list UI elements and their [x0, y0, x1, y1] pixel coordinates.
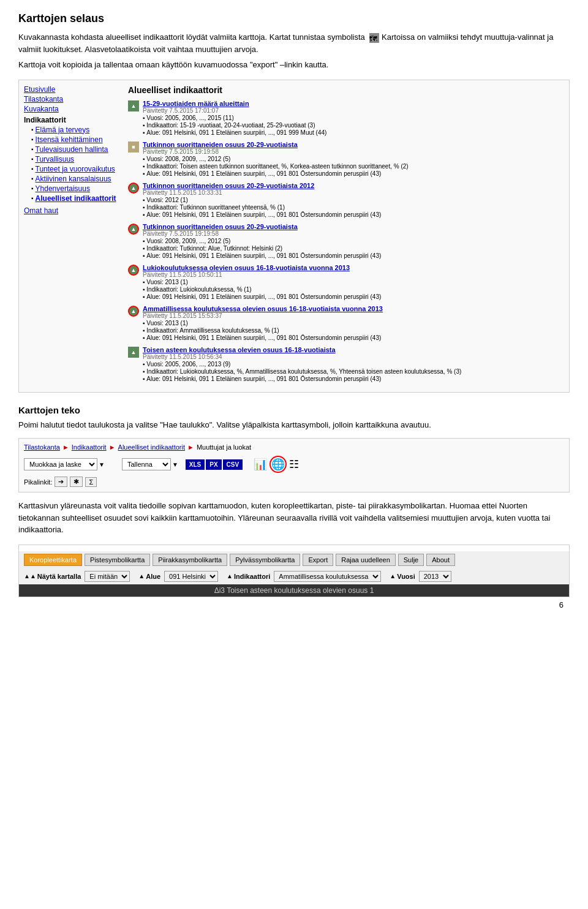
csv-button[interactable]: CSV — [223, 459, 243, 470]
bullet-icon: ▪ — [31, 126, 34, 133]
sulje-button[interactable]: Sulje — [398, 554, 424, 566]
bar-chart-icon[interactable]: 📊 — [254, 458, 267, 471]
tallenna-group: Tallenna ▼ — [122, 458, 178, 470]
section2-title: Karttojen teko — [18, 405, 570, 415]
bottom-bar: Koropleettikarta Pistesymbolikartta Piir… — [19, 551, 569, 568]
xls-button[interactable]: XLS — [186, 459, 205, 470]
sidebar-item-omat-haut[interactable]: Omat haut — [24, 206, 122, 215]
map-toolbar-container: Koropleettikarta Pistesymbolikartta Piir… — [18, 545, 570, 597]
indicator-title-5[interactable]: Ammatillisessa koulutuksessa olevien osu… — [143, 305, 383, 312]
symbol-icon: 🗺 — [369, 33, 379, 43]
pikalinkit-btn-3[interactable]: Σ — [85, 477, 97, 487]
about-button[interactable]: About — [426, 554, 455, 566]
indicator-date-2: Päivitetty 11.5.2015 10:33:31 — [143, 189, 381, 196]
koropleetti-button[interactable]: Koropleettikarta — [24, 554, 82, 566]
bullet-icon: ▪ — [31, 195, 34, 202]
grid-icon[interactable]: ☷ — [289, 458, 299, 471]
sidebar-item-elama[interactable]: ▪ Elämä ja terveys — [31, 126, 122, 134]
nayta-kartalla-select[interactable]: Ei mitään — [85, 571, 130, 582]
footer-area: 6 — [18, 597, 570, 613]
indicator-vuosi-2: ▪ Vuosi: 2012 (1) — [143, 197, 381, 203]
bullet-icon: ▪ — [31, 165, 34, 172]
section2-text1: Poimi halutut tiedot taulukosta ja valit… — [18, 419, 570, 431]
indicator-item-1: ■ Tutkinnon suorittaneiden osuus 20-29-v… — [128, 141, 564, 177]
screenshot-box-2: Tilastokanta ► Indikaattorit ► Alueellis… — [18, 438, 570, 492]
nayta-kartalla-ctrl: ▲▲ Näytä kartalla Ei mitään — [24, 571, 130, 582]
indicator-date-0: Päivitetty 7.5.2015 17:01:07 — [143, 107, 326, 114]
indicator-icon-4: ▲ — [128, 265, 139, 276]
indicator-list: ▲ 15-29-vuotiaiden määrä alueittain Päiv… — [128, 100, 564, 382]
indicator-vuosi-4: ▪ Vuosi: 2013 (1) — [143, 279, 381, 285]
indikaattori-ctrl: ▲ Indikaattori Ammatillisessa koulutukse… — [227, 571, 381, 582]
sidebar-item-etusivu[interactable]: Etusivulle — [24, 85, 122, 94]
bullet-icon: ▪ — [31, 146, 34, 153]
piirakkasymboli-button[interactable]: Piirakkasymbolikartta — [153, 554, 227, 566]
indicator-title-6[interactable]: Toisen asteen koulutuksessa olevien osuu… — [143, 346, 461, 353]
pikalinkit-row: Pikalinkit: ➔ ✱ Σ — [24, 477, 564, 487]
tallenna-select[interactable]: Tallenna — [122, 458, 171, 470]
toolbar-row: Muokkaa ja laske ▼ Tallenna ▼ XLS PX CSV — [24, 456, 564, 473]
indicator-body-0: 15-29-vuotiaiden määrä alueittain Päivit… — [143, 100, 326, 136]
sidebar-item-alueelliset[interactable]: ▪ Alueelliset indikaattorit — [31, 194, 122, 203]
px-button[interactable]: PX — [206, 459, 221, 470]
export-button[interactable]: Export — [303, 554, 333, 566]
indicator-ind-4: ▪ Indikaattori: Lukiokoulutuksessa, % (1… — [143, 286, 381, 293]
indicator-icon-3: ▲ — [128, 224, 139, 235]
vuosi-select[interactable]: 2013 — [419, 571, 451, 582]
alue-arrow-icon: ▲ — [138, 573, 145, 579]
sidebar-item-tulevaisuus[interactable]: ▪ Tulevaisuuden hallinta — [31, 145, 122, 154]
indicator-date-5: Päivitetty 11.5.2015 15:53:37 — [143, 312, 383, 319]
map-icon[interactable]: 🌐 — [270, 456, 287, 473]
export-buttons: XLS PX CSV — [186, 459, 243, 470]
indicator-panel: Alueelliset indikaattorit ▲ 15-29-vuotia… — [128, 85, 564, 387]
chart-title: Δi3 Toisen asteen koulutuksessa olevien … — [214, 586, 374, 595]
sidebar-item-tunteet[interactable]: ▪ Tunteet ja vuorovaikutus — [31, 165, 122, 173]
indicator-icon-5: ▲ — [128, 306, 139, 317]
muokkaa-group: Muokkaa ja laske ▼ — [24, 458, 105, 470]
sidebar-item-itsensa[interactable]: ▪ Itsensä kehittäminen — [31, 135, 122, 144]
breadcrumb-indikaattorit[interactable]: Indikaattorit — [72, 443, 107, 451]
intro-text-3: Karttoja voit kopioida ja tallentaa omaa… — [18, 59, 570, 71]
indicator-ind-1: ▪ Indikaattori: Toisen asteen tutkinnon … — [143, 163, 409, 170]
indicator-title-0[interactable]: 15-29-vuotiaiden määrä alueittain — [143, 100, 326, 107]
sidebar-item-turvallisuus[interactable]: ▪ Turvallisuus — [31, 155, 122, 164]
indicator-alue-1: ▪ Alue: 091 Helsinki, 091 1 Eteläinen su… — [143, 170, 409, 177]
pistesymboli-button[interactable]: Pistesymbolikartta — [85, 554, 150, 566]
indicator-date-3: Päivitetty 7.5.2015 19:19:58 — [143, 230, 381, 237]
indicator-item-0: ▲ 15-29-vuotiaiden määrä alueittain Päiv… — [128, 100, 564, 136]
breadcrumb-tilastokanta[interactable]: Tilastokanta — [24, 443, 60, 451]
nav-row2: ▲▲ Näytä kartalla Ei mitään ▲ Alue 091 H… — [19, 568, 569, 584]
pikalinkit-btn-1[interactable]: ➔ — [55, 477, 67, 487]
alue-select[interactable]: 091 Helsinki — [164, 571, 218, 582]
sidebar-item-aktiivinen[interactable]: ▪ Aktiivinen kansalaisuus — [31, 175, 122, 183]
indicator-ind-5: ▪ Indikaattori: Ammatillisessa koulutuks… — [143, 327, 383, 334]
indicator-date-6: Päivitetty 11.5.2015 10:56:34 — [143, 353, 461, 360]
indicator-body-1: Tutkinnon suorittaneiden osuus 20-29-vuo… — [143, 141, 409, 177]
indikaattori-select[interactable]: Ammatillisessa koulutuksessa — [274, 571, 381, 582]
indicator-ind-0: ▪ Indikaattori: 15-19 -vuotiaat, 20-24-v… — [143, 122, 326, 129]
intro-text-1: Kuvakannasta kohdasta alueelliset indika… — [18, 31, 570, 55]
page-title: Karttojen selaus — [18, 12, 570, 25]
indicator-alue-2: ▪ Alue: 091 Helsinki, 091 1 Eteläinen su… — [143, 211, 381, 218]
layer-icon: ▲▲ — [24, 573, 36, 579]
screenshot-box-1: Etusivulle Tilastokanta Kuvakanta Indika… — [18, 80, 570, 393]
indicator-alue-0: ▪ Alue: 091 Helsinki, 091 1 Eteläinen su… — [143, 129, 326, 136]
indicator-vuosi-5: ▪ Vuosi: 2013 (1) — [143, 320, 383, 326]
pikalinkit-btn-2[interactable]: ✱ — [70, 477, 83, 487]
sidebar-item-kuvakanta[interactable]: Kuvakanta — [24, 105, 122, 113]
indicator-title-3[interactable]: Tutkinnon suorittaneiden osuus 20-29-vuo… — [143, 223, 381, 230]
indicator-body-4: Lukiokoulutuksessa olevien osuus 16-18-v… — [143, 264, 381, 300]
breadcrumb-alueelliset[interactable]: Alueelliset indikaattorit — [118, 443, 185, 451]
indicator-icon-wrapper-2: ▲ — [128, 182, 139, 194]
sidebar-item-yhdenvertaisuus[interactable]: ▪ Yhdenvertaisuus — [31, 184, 122, 193]
indicator-title-1[interactable]: Tutkinnon suorittaneiden osuus 20-29-vuo… — [143, 141, 409, 148]
indicator-title-4[interactable]: Lukiokoulutuksessa olevien osuus 16-18-v… — [143, 264, 381, 271]
sidebar-item-tilastokanta[interactable]: Tilastokanta — [24, 95, 122, 104]
sidebar: Etusivulle Tilastokanta Kuvakanta Indika… — [24, 85, 122, 387]
indicator-title-2[interactable]: Tutkinnon suorittaneiden osuus 20-29-vuo… — [143, 182, 381, 189]
indicator-item-6: ▲ Toisen asteen koulutuksessa olevien os… — [128, 346, 564, 382]
indicator-vuosi-3: ▪ Vuosi: 2008, 2009, ..., 2012 (5) — [143, 238, 381, 244]
muokkaa-select[interactable]: Muokkaa ja laske — [24, 458, 97, 470]
rajaa-button[interactable]: Rajaa uudelleen — [336, 554, 396, 566]
pylvassymboli-button[interactable]: Pylvässymbolikartta — [230, 554, 300, 566]
